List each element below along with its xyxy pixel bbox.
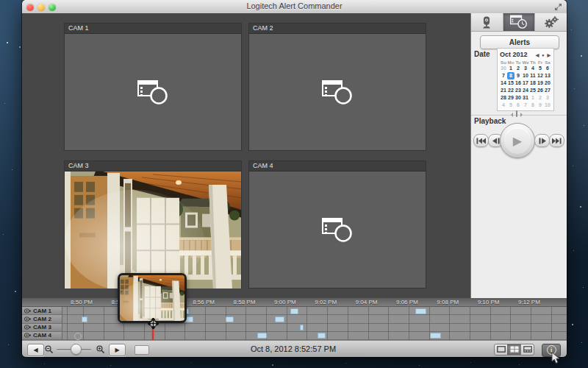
ruler-time-label: 8:56 PM [193, 299, 215, 305]
frame-forward-button[interactable] [534, 134, 550, 147]
calendar-day[interactable]: 21 [500, 87, 507, 94]
calendar-day[interactable]: 8 [507, 72, 514, 79]
calendar-day[interactable]: 30 [514, 94, 522, 102]
calendar-day[interactable]: 5 [507, 102, 514, 109]
calendar-day[interactable]: 23 [514, 87, 522, 94]
calendar-day[interactable]: 4 [500, 102, 507, 109]
zoom-in-icon[interactable] [96, 345, 105, 354]
calendar-day[interactable]: 24 [522, 87, 529, 94]
star [12, 169, 12, 170]
star [7, 42, 8, 43]
calendar-day[interactable]: 27 [544, 87, 551, 94]
playhead-thumbnail-preview[interactable] [118, 273, 187, 323]
star [19, 46, 21, 48]
event-block[interactable] [82, 316, 87, 322]
calendar-day[interactable]: 19 [537, 79, 544, 87]
calendar-day[interactable]: 8 [529, 102, 537, 109]
porch-video-frame [65, 171, 241, 289]
calendar-day[interactable]: 1 [507, 65, 514, 72]
calendar-day[interactable]: 18 [529, 79, 537, 87]
calendar-day[interactable]: 28 [500, 94, 507, 102]
calendar-day[interactable]: 4 [529, 65, 537, 72]
recordings-icon [510, 15, 528, 29]
bottom-toolbar: ◀ ▶ Oct 8, 2012 8:52:57 PM [22, 340, 567, 357]
calendar-day[interactable]: 10 [544, 102, 551, 109]
calendar-day[interactable]: 11 [529, 72, 537, 79]
camera-panel-1[interactable]: CAM 1 [64, 23, 242, 151]
calendar-day[interactable]: 14 [500, 79, 507, 87]
star [572, 324, 573, 325]
camera-panel-2[interactable]: CAM 2 [248, 23, 426, 151]
skip-to-end-button[interactable] [549, 134, 564, 147]
filmstrip-view-button[interactable] [520, 344, 534, 355]
timeline-zoom-slider-thumb[interactable] [71, 344, 82, 355]
calendar-day[interactable]: 20 [544, 79, 551, 87]
star [573, 166, 573, 166]
calendar-day[interactable]: 10 [522, 72, 529, 79]
calendar-day[interactable]: 25 [529, 87, 537, 94]
timeline-back-button[interactable]: ◀ [27, 344, 44, 356]
event-block[interactable] [226, 316, 234, 322]
event-block[interactable] [318, 333, 326, 339]
jog-dial[interactable] [508, 110, 526, 118]
frame-back-icon [492, 138, 501, 144]
timeline-ruler[interactable]: 8:50 PM8:52 PM8:54 PM8:56 PM8:58 PM9:00 … [22, 298, 567, 307]
event-block[interactable] [290, 308, 298, 314]
camera-viewport: CAM 1 CAM 2 CAM 3 CAM 4 [22, 13, 470, 298]
fullscreen-icon[interactable] [554, 3, 562, 11]
tab-recordings-selected[interactable] [503, 13, 536, 31]
single-view-button[interactable] [494, 344, 508, 355]
calendar-day[interactable]: 17 [522, 79, 529, 87]
tab-cameras[interactable] [471, 13, 503, 31]
calendar-day[interactable]: 29 [507, 94, 514, 102]
calendar-day[interactable]: 12 [537, 72, 544, 79]
calendar: Oct 2012 ◀ ● ▶ SuMoTuWeThFrSa 3012345678… [497, 48, 554, 111]
calendar-day[interactable]: 2 [537, 94, 544, 102]
titlebar[interactable]: Logitech Alert Commander [22, 0, 567, 14]
calendar-day[interactable]: 26 [537, 87, 544, 94]
event-block[interactable] [257, 333, 267, 339]
ruler-time-label: 9:00 PM [274, 299, 296, 305]
calendar-day[interactable]: 3 [544, 94, 551, 102]
calendar-day[interactable]: 13 [544, 72, 551, 79]
window-title: Logitech Alert Commander [22, 1, 567, 10]
zoom-out-icon[interactable] [45, 345, 54, 354]
calendar-day[interactable]: 22 [507, 87, 514, 94]
event-block[interactable] [415, 308, 426, 314]
timeline-events [22, 307, 567, 340]
calendar-day[interactable]: 5 [537, 65, 544, 72]
event-block[interactable] [300, 325, 304, 330]
event-block[interactable] [275, 316, 284, 322]
calendar-weekday: We [522, 60, 529, 65]
ruler-time-label: 9:02 PM [315, 299, 337, 305]
calendar-nav-arrows[interactable]: ◀ ● ▶ [536, 52, 551, 57]
camera-label: CAM 1 [65, 24, 241, 34]
calendar-day[interactable]: 2 [514, 65, 522, 72]
calendar-day[interactable]: 7 [500, 72, 507, 79]
calendar-day[interactable]: 9 [514, 72, 522, 79]
desktop-background: Logitech Alert Commander CAM 1 CAM 2 [0, 0, 588, 368]
star [584, 125, 584, 126]
thumbnail-preview-toggle[interactable] [135, 345, 149, 355]
calendar-month-title: Oct 2012 [500, 51, 528, 58]
calendar-day[interactable]: 16 [514, 79, 522, 87]
camera-panel-3[interactable]: CAM 3 [64, 160, 242, 289]
camera-panel-4[interactable]: CAM 4 [248, 160, 426, 289]
star [581, 342, 582, 343]
calendar-day[interactable]: 15 [507, 79, 514, 87]
calendar-day[interactable]: 1 [529, 94, 537, 102]
calendar-day[interactable]: 30 [500, 65, 507, 72]
star [571, 29, 572, 30]
skip-to-start-button[interactable] [473, 134, 489, 147]
play-button[interactable]: ▶ [500, 123, 535, 158]
grid-view-button-selected[interactable] [507, 344, 521, 355]
event-block[interactable] [430, 333, 441, 339]
calendar-day[interactable]: 3 [522, 65, 529, 72]
tab-settings[interactable] [535, 13, 567, 31]
calendar-day[interactable]: 9 [537, 102, 544, 109]
calendar-day[interactable]: 6 [514, 102, 522, 109]
calendar-day[interactable]: 31 [522, 94, 529, 102]
timeline-forward-button[interactable]: ▶ [109, 344, 126, 356]
calendar-day[interactable]: 6 [544, 65, 551, 72]
calendar-day[interactable]: 7 [522, 102, 529, 109]
